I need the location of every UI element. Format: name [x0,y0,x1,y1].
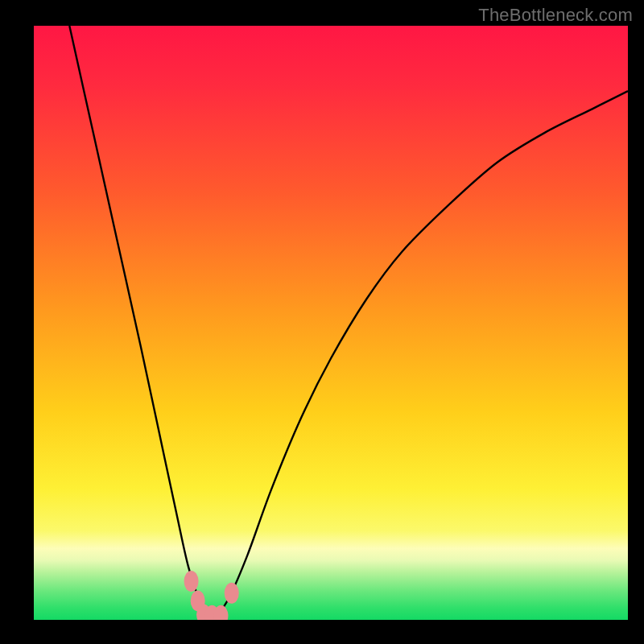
curve-marker [184,571,199,592]
bottleneck-curve [69,26,628,617]
chart-frame: TheBottleneck.com [0,0,644,644]
curve-markers [184,571,239,620]
chart-svg [34,26,628,620]
plot-area [34,26,628,620]
curve-marker [225,583,239,604]
watermark-text: TheBottleneck.com [478,5,633,26]
